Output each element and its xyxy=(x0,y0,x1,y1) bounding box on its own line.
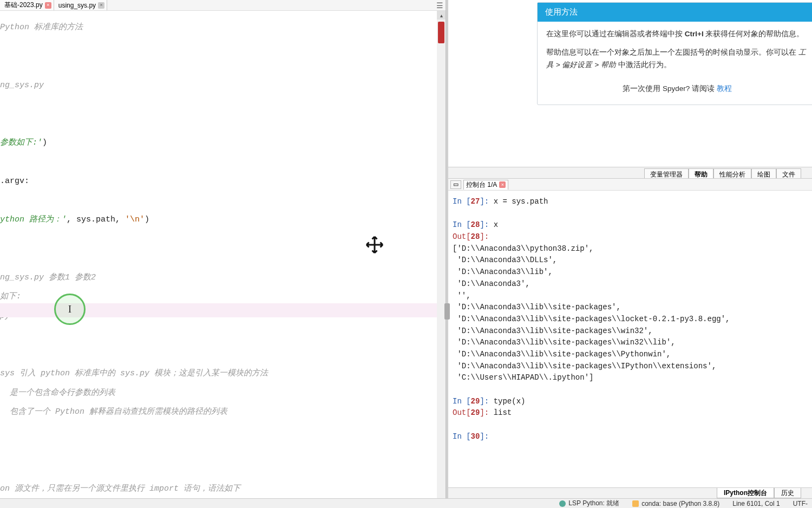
console-tab-bar: ▭ 控制台 1/A × xyxy=(448,179,812,191)
close-icon[interactable]: × xyxy=(98,2,104,9)
tab-variable-explorer[interactable]: 变量管理器 xyxy=(644,168,689,178)
tab-help[interactable]: 帮助 xyxy=(689,168,713,178)
scroll-thumb[interactable] xyxy=(438,22,444,43)
console-tab-0[interactable]: 控制台 1/A × xyxy=(463,180,508,190)
help-card-title: 使用方法 xyxy=(538,3,812,22)
code-line: ython 路径为：', sys.path, '\n') xyxy=(0,213,446,232)
tab-profiler[interactable]: 性能分析 xyxy=(713,168,751,178)
editor-tab-0[interactable]: 基础-2023.py × xyxy=(0,0,54,10)
status-lsp[interactable]: LSP Python: 就绪 xyxy=(559,499,619,508)
status-encoding[interactable]: UTF- xyxy=(793,500,808,507)
code-line: 是一个包含命令行参数的列表 xyxy=(0,386,446,406)
status-cursor-position[interactable]: Line 6101, Col 1 xyxy=(732,500,780,507)
cursor-highlight-circle: I xyxy=(54,294,86,325)
editor-pane: 基础-2023.py × using_sys.py × ☰ I Python 标… xyxy=(0,0,446,498)
editor-tab-1[interactable]: using_sys.py × xyxy=(54,0,107,10)
help-paragraph-1: 在这里你可以通过在编辑器或者终端中按 Ctrl+I 来获得任何对象的帮助信息。 xyxy=(546,28,808,40)
editor-tab-bar: 基础-2023.py × using_sys.py × xyxy=(0,0,446,11)
code-line: ng_sys.py 参数1 参数2 xyxy=(0,271,446,290)
code-line: 参数如下:') xyxy=(0,136,446,155)
hamburger-icon[interactable]: ☰ xyxy=(436,1,443,10)
code-line: 包含了一个 Python 解释器自动查找所需模块的路径的列表 xyxy=(0,405,446,425)
code-line: ng_sys.py xyxy=(0,79,446,98)
ipython-console[interactable]: In [27]: x = sys.path In [28]: x Out[28]… xyxy=(448,191,812,487)
close-icon[interactable]: × xyxy=(45,2,51,9)
tutorial-line: 第一次使用 Spyder? 请阅读 教程 xyxy=(546,83,808,95)
bottom-tab-bar: IPython控制台 历史 xyxy=(448,487,812,498)
help-card-body: 在这里你可以通过在编辑器或者终端中按 Ctrl+I 来获得任何对象的帮助信息。 … xyxy=(538,22,812,105)
tab-history[interactable]: 历史 xyxy=(774,488,801,498)
help-card: 使用方法 在这里你可以通过在编辑器或者终端中按 Ctrl+I 来获得任何对象的帮… xyxy=(537,2,812,105)
help-pane: 19 使用方法 在这里你可以通过在编辑器或者终端中按 Ctrl+I 来获得任何对… xyxy=(448,0,812,167)
code-editor[interactable]: I Python 标准库的方法 ng_sys.py 参数如下:') .argv:… xyxy=(0,11,446,498)
conda-icon xyxy=(632,500,639,507)
code-line: sys 引入 python 标准库中的 sys.py 模块；这是引入某一模块的方… xyxy=(0,367,446,386)
editor-tab-0-label: 基础-2023.py xyxy=(4,1,43,10)
code-line: Python 标准库的方法 xyxy=(0,21,446,40)
editor-vscrollbar[interactable]: ▴ xyxy=(437,11,446,498)
code-line: on 源文件，只需在另一个源文件里执行 import 语句，语法如下 xyxy=(0,482,446,498)
new-console-icon[interactable]: ▭ xyxy=(450,180,461,189)
editor-tab-1-label: using_sys.py xyxy=(58,2,96,9)
tab-plots[interactable]: 绘图 xyxy=(751,168,776,178)
status-conda[interactable]: conda: base (Python 3.8.8) xyxy=(632,500,719,507)
right-tab-bar: 变量管理器 帮助 性能分析 绘图 文件 xyxy=(448,167,812,179)
tab-files[interactable]: 文件 xyxy=(776,168,801,178)
help-paragraph-2: 帮助信息可以在一个对象之后加上一个左圆括号的时候自动显示。你可以在 工具 > 偏… xyxy=(546,47,808,71)
move-cursor-icon xyxy=(365,235,384,264)
close-icon[interactable]: × xyxy=(499,181,506,188)
code-line: .argv: xyxy=(0,174,446,194)
status-bar: LSP Python: 就绪 conda: base (Python 3.8.8… xyxy=(0,498,812,508)
splitter-handle[interactable] xyxy=(444,303,450,320)
lsp-status-icon xyxy=(559,500,566,507)
right-pane: 19 使用方法 在这里你可以通过在编辑器或者终端中按 Ctrl+I 来获得任何对… xyxy=(448,0,812,498)
tutorial-link[interactable]: 教程 xyxy=(717,84,732,93)
tab-ipython-console[interactable]: IPython控制台 xyxy=(717,488,774,498)
scroll-up-icon[interactable]: ▴ xyxy=(437,11,446,19)
